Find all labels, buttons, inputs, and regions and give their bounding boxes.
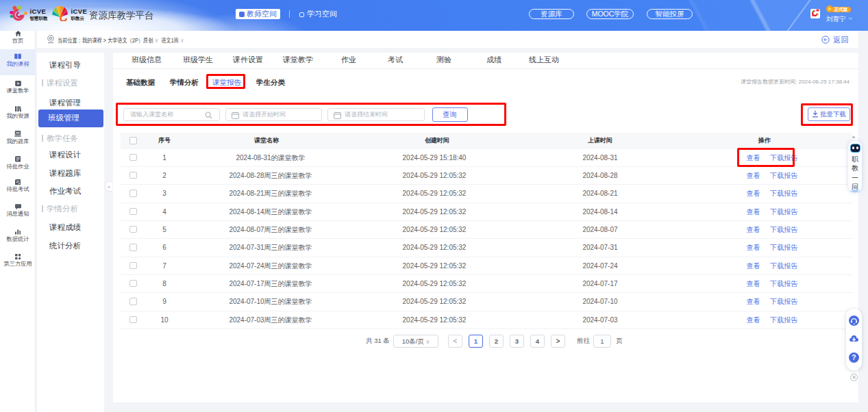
svg-text:?: ? [852,354,856,361]
